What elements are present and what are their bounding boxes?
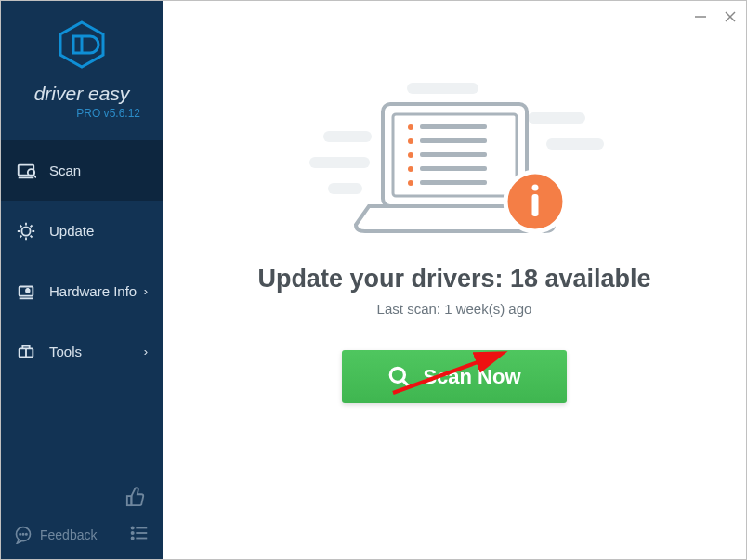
last-scan-text: Last scan: 1 week(s) ago xyxy=(377,301,532,317)
sidebar-item-label: Hardware Info xyxy=(49,283,137,299)
svg-point-42 xyxy=(408,166,413,172)
app-window: driver easy PRO v5.6.12 Scan xyxy=(1,1,746,559)
chevron-right-icon: › xyxy=(144,345,148,358)
chevron-right-icon: › xyxy=(144,284,148,298)
sidebar-item-label: Scan xyxy=(49,163,81,178)
minimize-button[interactable] xyxy=(694,10,707,26)
svg-point-15 xyxy=(20,533,20,534)
list-menu-icon[interactable] xyxy=(129,523,150,546)
svg-rect-43 xyxy=(420,166,487,171)
feedback-button[interactable]: Feedback xyxy=(14,526,97,544)
svg-rect-41 xyxy=(420,152,487,157)
svg-point-47 xyxy=(532,185,539,191)
scan-icon xyxy=(16,161,36,181)
titlebar xyxy=(163,1,746,34)
scan-button-label: Scan Now xyxy=(423,365,520,389)
svg-point-40 xyxy=(408,152,413,158)
svg-point-36 xyxy=(408,124,413,130)
available-count: 18 xyxy=(510,265,538,293)
svg-line-50 xyxy=(403,380,411,387)
sidebar-item-tools[interactable]: Tools › xyxy=(1,321,163,382)
svg-text:i: i xyxy=(27,289,28,293)
logo-area: driver easy PRO v5.6.12 xyxy=(1,1,163,127)
brand-logo-icon xyxy=(57,20,107,73)
svg-line-5 xyxy=(33,175,36,177)
sidebar-nav: Scan Update i xyxy=(1,140,163,382)
content-area: Update your drivers: 18 available Last s… xyxy=(163,34,746,403)
svg-rect-39 xyxy=(420,138,487,143)
svg-point-44 xyxy=(408,180,413,186)
sidebar-item-label: Update xyxy=(49,223,94,239)
sidebar-item-update[interactable]: Update xyxy=(1,201,163,261)
svg-point-16 xyxy=(22,533,23,534)
thumbs-up-icon[interactable] xyxy=(125,487,146,511)
hardware-info-icon: i xyxy=(16,281,36,302)
feedback-label: Feedback xyxy=(40,527,97,542)
svg-point-38 xyxy=(408,138,413,144)
brand-version: PRO v5.6.12 xyxy=(1,107,163,120)
svg-point-17 xyxy=(26,533,27,534)
sidebar-footer: Feedback xyxy=(1,512,163,559)
svg-point-18 xyxy=(132,527,134,528)
svg-point-20 xyxy=(132,532,134,534)
laptop-illustration xyxy=(301,72,608,248)
headline: Update your drivers: 18 available xyxy=(257,265,650,293)
sidebar-item-hardware-info[interactable]: i Hardware Info › xyxy=(1,261,163,321)
feedback-chat-icon xyxy=(14,526,33,544)
svg-point-49 xyxy=(391,368,405,382)
close-button[interactable] xyxy=(724,10,737,26)
tools-icon xyxy=(16,342,36,362)
brand-name: driver easy xyxy=(1,83,163,105)
svg-point-22 xyxy=(132,537,134,539)
sidebar: driver easy PRO v5.6.12 Scan xyxy=(1,1,163,559)
svg-point-6 xyxy=(21,227,30,235)
svg-rect-37 xyxy=(420,124,487,129)
svg-rect-48 xyxy=(532,194,539,216)
sidebar-item-scan[interactable]: Scan xyxy=(1,140,163,201)
svg-rect-45 xyxy=(420,180,487,185)
update-icon xyxy=(16,221,36,241)
svg-rect-13 xyxy=(127,496,132,505)
sidebar-item-label: Tools xyxy=(49,344,82,359)
search-icon xyxy=(387,365,412,389)
main-content: Update your drivers: 18 available Last s… xyxy=(163,1,746,559)
scan-now-button[interactable]: Scan Now xyxy=(342,350,567,403)
